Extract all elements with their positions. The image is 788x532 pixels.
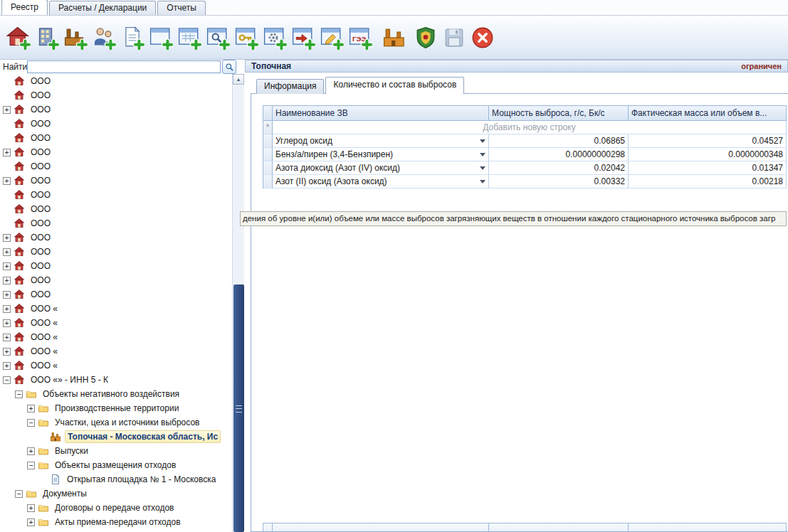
tree-row[interactable]: −ООО «» - ИНН 5 - К	[0, 373, 232, 387]
tree-row[interactable]: ООО	[0, 216, 232, 230]
add-grid-record-button[interactable]	[147, 20, 175, 55]
tree-row[interactable]: +Акты приема-передачи отходов	[0, 515, 232, 529]
expand-icon[interactable]: +	[3, 234, 11, 242]
tree-row[interactable]: ООО	[0, 117, 232, 131]
expand-icon[interactable]: +	[3, 305, 11, 313]
scrollbar-thumb[interactable]	[233, 284, 244, 532]
search-button[interactable]	[222, 60, 236, 74]
add-site-button[interactable]	[33, 20, 61, 55]
tree-row[interactable]: +ООО «	[0, 330, 232, 344]
expand-icon[interactable]: +	[3, 319, 11, 327]
search-input[interactable]	[27, 60, 221, 73]
detail-tab-1[interactable]: Информация	[256, 79, 324, 94]
main-tab-3[interactable]: Отчеты	[157, 1, 205, 15]
tree-row[interactable]: +ООО	[0, 230, 232, 245]
dropdown-arrow-icon[interactable]	[480, 139, 485, 143]
tree-row[interactable]: −Объекты негативного воздействия	[0, 387, 232, 401]
add-edit-record-button[interactable]	[317, 20, 346, 55]
expand-icon[interactable]: +	[3, 362, 11, 370]
main-tab-1[interactable]: Реестр	[1, 0, 48, 15]
dropdown-arrow-icon[interactable]	[480, 166, 485, 170]
dropdown-arrow-icon[interactable]	[480, 153, 485, 156]
tree-row[interactable]: Открытая площадка № 1 - Московска	[0, 472, 232, 486]
tree-row[interactable]: +ООО «	[0, 358, 232, 373]
tree-row[interactable]: +ООО	[0, 287, 232, 302]
actual-mass-cell[interactable]: 0.04527	[629, 134, 787, 148]
add-gee-button[interactable]: ГЭЭ	[346, 20, 374, 55]
column-header-1[interactable]: Наименование ЗВ	[273, 105, 489, 121]
expand-icon[interactable]: +	[3, 149, 11, 156]
add-settings-record-button[interactable]	[261, 20, 289, 55]
table-row[interactable]: Азота диоксид (Азот (IV) оксид)0.020420.…	[263, 161, 787, 175]
tree-row[interactable]: ООО	[0, 188, 232, 202]
tree-row[interactable]: ООО	[0, 131, 232, 145]
add-search-record-button[interactable]	[204, 20, 232, 55]
close-button[interactable]	[468, 20, 497, 55]
tree-row[interactable]: +Договоры о передаче отходов	[0, 501, 232, 515]
collapse-icon[interactable]: −	[27, 462, 35, 469]
table-row[interactable]: Азот (II) оксид (Азота оксид)0.003320.00…	[263, 175, 787, 188]
expand-icon[interactable]: +	[3, 177, 11, 185]
collapse-icon[interactable]: −	[3, 376, 11, 384]
emission-power-cell[interactable]: 0.02042	[489, 161, 629, 175]
expand-icon[interactable]: +	[3, 291, 11, 299]
emblem-button[interactable]	[411, 20, 440, 55]
table-row[interactable]: Бенз/а/пирен (3,4-Бензпирен)0.0000000029…	[263, 148, 787, 161]
tree-row[interactable]: +ООО «	[0, 302, 232, 316]
expand-icon[interactable]: +	[27, 447, 35, 455]
expand-icon[interactable]: +	[27, 518, 35, 526]
expand-icon[interactable]: +	[27, 504, 35, 512]
dropdown-arrow-icon[interactable]	[480, 180, 485, 183]
substance-cell[interactable]: Азота диоксид (Азот (IV) оксид)	[273, 161, 489, 175]
expand-icon[interactable]: +	[3, 334, 11, 341]
collapse-icon[interactable]: −	[27, 419, 35, 427]
tree-row[interactable]: +ООО «	[0, 316, 232, 330]
tree-row[interactable]: +ООО	[0, 145, 232, 159]
substance-cell[interactable]: Азот (II) оксид (Азота оксид)	[273, 175, 489, 188]
actual-mass-cell[interactable]: 0.00218	[629, 175, 787, 188]
tree-row[interactable]: Топочная - Московская область, Ис	[0, 430, 232, 444]
main-tab-2[interactable]: Расчеты / Декларации	[49, 1, 156, 15]
substance-cell[interactable]: Углерод оксид	[273, 134, 489, 148]
expand-icon[interactable]: +	[27, 405, 35, 413]
save-button[interactable]	[440, 20, 468, 55]
detail-tab-2[interactable]: Количество и состав выбросов	[325, 77, 464, 94]
tree-row[interactable]: ООО	[0, 88, 232, 102]
tree-row[interactable]: +Выпуски	[0, 444, 232, 458]
new-row-label[interactable]: Добавить новую строку	[273, 121, 787, 134]
add-table-record-button[interactable]	[175, 20, 204, 55]
tree-row[interactable]: ООО	[0, 159, 232, 174]
tree-row[interactable]: ООО	[0, 202, 232, 216]
emission-power-cell[interactable]: 0.00000000298	[489, 148, 629, 161]
collapse-icon[interactable]: −	[15, 390, 23, 398]
tree-row[interactable]: +ООО «	[0, 344, 232, 358]
table-row[interactable]: Углерод оксид0.068650.04527	[263, 134, 787, 148]
actual-mass-cell[interactable]: 0.0000000348	[629, 148, 787, 161]
substance-cell[interactable]: Бенз/а/пирен (3,4-Бензпирен)	[273, 148, 489, 161]
tree-row[interactable]: −Участки, цеха и источники выбросов	[0, 415, 232, 430]
tree-row[interactable]: −Документы	[0, 486, 232, 501]
add-organization-button[interactable]	[4, 20, 33, 55]
tree-row[interactable]: ООО	[0, 74, 232, 88]
emission-source-button[interactable]	[380, 20, 409, 55]
tree-row[interactable]: −Объекты размещения отходов	[0, 458, 232, 472]
add-document-button[interactable]	[118, 20, 147, 55]
column-header-2[interactable]: Мощность выброса, г/с, Бк/с	[489, 105, 629, 121]
emission-power-cell[interactable]: 0.00332	[489, 175, 629, 188]
expand-icon[interactable]: +	[3, 248, 11, 256]
scroll-up-icon[interactable]: ▲	[233, 74, 244, 85]
add-contractor-button[interactable]	[90, 20, 118, 55]
emission-power-cell[interactable]: 0.06865	[489, 134, 629, 148]
expand-icon[interactable]: +	[3, 106, 11, 114]
tree-row[interactable]: +ООО	[0, 102, 232, 117]
expand-icon[interactable]: +	[3, 348, 11, 356]
add-industrial-area-button[interactable]	[61, 20, 90, 55]
add-permit-button[interactable]	[232, 20, 261, 55]
expand-icon[interactable]: +	[3, 277, 11, 284]
tree-row[interactable]: +ООО	[0, 259, 232, 273]
tree-row[interactable]: +ООО	[0, 245, 232, 259]
tree-row[interactable]: +ООО	[0, 273, 232, 287]
tree-row[interactable]: +Производственные территории	[0, 401, 232, 415]
add-import-record-button[interactable]	[289, 20, 317, 55]
new-row[interactable]: *Добавить новую строку	[263, 121, 787, 134]
